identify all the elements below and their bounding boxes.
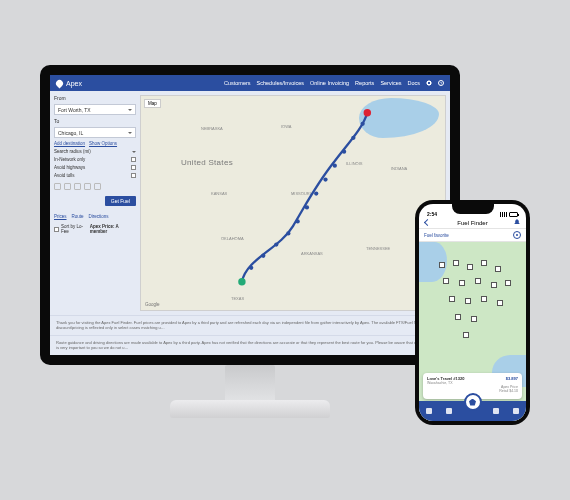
station-marker[interactable] <box>449 296 455 302</box>
nav-docs[interactable]: Docs <box>407 80 420 86</box>
route-map[interactable]: Map United States NEBRASKA IOWA KANSAS M… <box>140 95 446 311</box>
tool-icon[interactable] <box>74 183 81 190</box>
app-header: Apex Customers Schedules/Invoices Online… <box>50 75 450 91</box>
from-value: Fort Worth, TX <box>58 107 91 113</box>
svg-point-11 <box>351 136 355 140</box>
disclaimer-2: Route guidance and driving directions ar… <box>50 335 450 355</box>
filter-bar: Fuel favorite <box>419 228 526 242</box>
show-options-link[interactable]: Show Options <box>89 141 117 146</box>
svg-point-2 <box>261 254 265 258</box>
from-label: From <box>54 95 136 101</box>
station-marker[interactable] <box>463 332 469 338</box>
route-line <box>141 96 445 310</box>
station-marker[interactable] <box>481 296 487 302</box>
opt-avoid-highways-label: Avoid highways <box>54 165 85 170</box>
back-icon[interactable] <box>424 219 431 226</box>
locate-me-icon[interactable] <box>513 231 521 239</box>
station-marker[interactable] <box>475 278 481 284</box>
opt-avoid-tolls-label: Avoid tolls <box>54 173 74 178</box>
nav-reports[interactable] <box>511 406 521 416</box>
station-marker[interactable] <box>481 260 487 266</box>
station-marker[interactable] <box>459 280 465 286</box>
station-marker[interactable] <box>495 266 501 272</box>
screen-title-bar: Fuel Finder <box>419 218 526 228</box>
in-network-checkbox[interactable] <box>131 157 136 162</box>
radius-label: Search radius (mi) <box>54 149 91 154</box>
station-marker[interactable] <box>443 278 449 284</box>
phone-notch <box>452 204 494 214</box>
tab-directions[interactable]: Directions <box>89 214 109 219</box>
tab-route[interactable]: Route <box>72 214 84 219</box>
station-marker[interactable] <box>505 280 511 286</box>
help-icon[interactable]: ? <box>438 80 444 86</box>
tool-icon[interactable] <box>94 183 101 190</box>
retail-price-label: Retail $4.10 <box>499 389 518 393</box>
phone-screen: 2:54 Fuel Finder Fuel favorite <box>419 204 526 421</box>
filter-link[interactable]: Fuel favorite <box>424 233 449 238</box>
screen-title: Fuel Finder <box>457 220 487 226</box>
chevron-down-icon <box>128 132 132 134</box>
center-fab-button[interactable] <box>464 393 482 411</box>
svg-point-12 <box>361 122 365 126</box>
add-destination-link[interactable]: Add destination <box>54 141 85 146</box>
brand: Apex <box>56 80 82 87</box>
desktop-screen: Apex Customers Schedules/Invoices Online… <box>50 75 450 355</box>
svg-point-14 <box>238 278 245 285</box>
battery-icon <box>509 212 518 217</box>
station-marker[interactable] <box>467 264 473 270</box>
station-marker[interactable] <box>471 316 477 322</box>
station-marker[interactable] <box>491 282 497 288</box>
sort-label: Sort by Lo-Fee <box>61 224 90 234</box>
nav-customers[interactable]: Customers <box>224 80 251 86</box>
status-time: 2:54 <box>427 211 437 217</box>
brand-logo-icon <box>55 78 65 88</box>
sidebar-action-icons <box>54 183 136 190</box>
tool-icon[interactable] <box>84 183 91 190</box>
main-content: From Fort Worth, TX To Chicago, IL Add d… <box>50 91 450 315</box>
signal-icon <box>500 212 507 217</box>
nav-reports[interactable]: Reports <box>355 80 374 86</box>
svg-point-7 <box>314 191 318 195</box>
get-fuel-button[interactable]: Get Fuel <box>105 196 136 206</box>
home-icon <box>426 408 432 414</box>
avoid-tolls-checkbox[interactable] <box>131 173 136 178</box>
avoid-highways-checkbox[interactable] <box>131 165 136 170</box>
nav-online-invoicing[interactable]: Online Invoicing <box>310 80 349 86</box>
svg-point-5 <box>296 219 300 223</box>
nav-pricing[interactable] <box>491 406 501 416</box>
station-marker[interactable] <box>497 300 503 306</box>
apex-logo-icon <box>469 399 476 406</box>
station-marker[interactable] <box>465 298 471 304</box>
tool-icon[interactable] <box>54 183 61 190</box>
nav-fuel[interactable] <box>444 406 454 416</box>
opt-in-network-label: In-Network only <box>54 157 85 162</box>
nav-home[interactable] <box>424 406 434 416</box>
fuel-icon <box>446 408 452 414</box>
reports-icon <box>513 408 519 414</box>
nav-schedules[interactable]: Schedules/Invoices <box>257 80 304 86</box>
to-value: Chicago, IL <box>58 130 83 136</box>
phone-device: 2:54 Fuel Finder Fuel favorite <box>415 200 530 425</box>
gear-icon[interactable] <box>426 80 432 86</box>
to-input[interactable]: Chicago, IL <box>54 127 136 138</box>
svg-point-3 <box>274 242 278 246</box>
nav-services[interactable]: Services <box>380 80 401 86</box>
station-marker[interactable] <box>439 262 445 268</box>
route-sidebar: From Fort Worth, TX To Chicago, IL Add d… <box>50 91 140 315</box>
bell-icon[interactable] <box>514 219 520 225</box>
station-marker[interactable] <box>453 260 459 266</box>
sort-lo-fee-checkbox[interactable] <box>54 227 59 232</box>
station-marker[interactable] <box>455 314 461 320</box>
tab-prices[interactable]: Prices <box>54 214 67 219</box>
chevron-down-icon[interactable] <box>132 151 136 153</box>
svg-point-6 <box>305 205 309 209</box>
svg-point-1 <box>249 266 253 270</box>
map-attribution: Google <box>145 302 160 307</box>
member-price-label: Apex Price: A member <box>90 224 136 234</box>
main-nav: Customers Schedules/Invoices Online Invo… <box>224 80 444 86</box>
to-label: To <box>54 118 136 124</box>
svg-point-8 <box>323 177 327 181</box>
tool-icon[interactable] <box>64 183 71 190</box>
from-input[interactable]: Fort Worth, TX <box>54 104 136 115</box>
monitor-stand-neck <box>225 365 275 405</box>
